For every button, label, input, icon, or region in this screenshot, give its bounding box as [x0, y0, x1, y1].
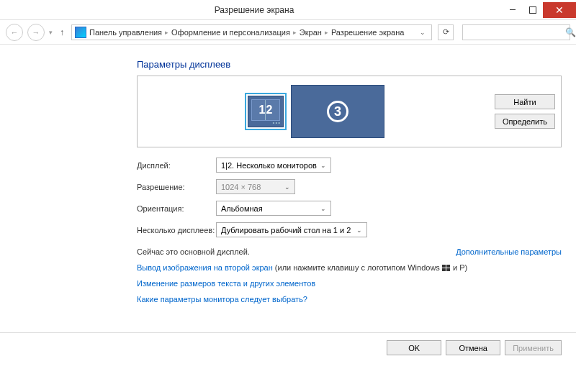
primary-display-text: Сейчас это основной дисплей.	[137, 247, 250, 256]
crumb-leaf[interactable]: Разрешение экрана	[331, 28, 404, 37]
chevron-down-icon: ⌄	[356, 227, 362, 234]
chevron-down-icon: ⌄	[320, 205, 326, 212]
detect-button[interactable]: Определить	[495, 114, 555, 129]
display-select[interactable]: 1|2. Несколько мониторов ⌄	[216, 158, 331, 173]
chevron-right-icon[interactable]: ▸	[293, 29, 297, 36]
display-value: 1|2. Несколько мониторов	[221, 161, 317, 170]
monitor-2-label: 2	[266, 104, 272, 117]
crumb-sub[interactable]: Экран	[300, 28, 322, 37]
multi-value: Дублировать рабочий стол на 1 и 2	[221, 226, 351, 234]
project-line: Вывод изображения на второй экран (или н…	[137, 263, 562, 272]
address-dropdown[interactable]: ⌄	[417, 29, 428, 36]
chevron-down-icon: ⌄	[320, 162, 326, 169]
monitor-3[interactable]: 3	[291, 85, 384, 138]
resolution-label: Разрешение:	[137, 183, 216, 191]
content-area: Параметры дисплеев 1 2 ••• 3 Найти Опред…	[0, 45, 576, 318]
textsize-link[interactable]: Изменение размеров текста и других элеме…	[137, 279, 315, 288]
window-title: Разрешение экрана	[6, 5, 503, 15]
address-bar[interactable]: Панель управления ▸ Оформление и персона…	[71, 24, 432, 40]
find-button[interactable]: Найти	[495, 94, 555, 109]
navbar: ← → ▾ ↑ Панель управления ▸ Оформление и…	[0, 20, 576, 45]
search-box[interactable]: 🔍	[462, 24, 570, 40]
monitor-3-label: 3	[327, 101, 348, 122]
chevron-right-icon[interactable]: ▸	[325, 29, 328, 36]
orientation-select[interactable]: Альбомная ⌄	[216, 201, 331, 216]
back-button[interactable]: ←	[6, 24, 23, 41]
display-preview: 1 2 ••• 3 Найти Определить	[137, 76, 562, 147]
forward-button[interactable]: →	[27, 24, 45, 41]
monitor-arrangement[interactable]: 1 2 ••• 3	[143, 85, 486, 138]
display-label: Дисплей:	[137, 161, 216, 170]
multi-label: Несколько дисплеев:	[137, 226, 216, 234]
ok-button[interactable]: OK	[387, 340, 441, 355]
history-dropdown[interactable]: ▾	[49, 29, 53, 36]
project-link[interactable]: Вывод изображения на второй экран	[137, 263, 273, 272]
resolution-select[interactable]: 1024 × 768 ⌄	[216, 179, 295, 194]
which-monitor-link[interactable]: Какие параметры монитора следует выбрать…	[137, 295, 307, 304]
up-button[interactable]: ↑	[57, 27, 67, 37]
maximize-button[interactable]	[523, 2, 543, 18]
refresh-button[interactable]: ⟳	[438, 24, 454, 40]
minimize-button[interactable]	[503, 2, 523, 18]
chevron-right-icon[interactable]: ▸	[165, 29, 168, 36]
orientation-label: Ориентация:	[137, 204, 216, 213]
project-tail: и P)	[451, 263, 467, 272]
project-rest: (или нажмите клавишу с логотипом Windows	[273, 263, 442, 272]
titlebar: Разрешение экрана	[0, 0, 576, 20]
monitor-dots-icon: •••	[273, 119, 281, 126]
orientation-value: Альбомная	[221, 204, 263, 213]
monitor-1-label: 1	[259, 104, 266, 117]
crumb-root[interactable]: Панель управления	[89, 28, 162, 37]
crumb-category[interactable]: Оформление и персонализация	[171, 28, 290, 37]
windows-logo-icon	[442, 265, 451, 272]
resolution-value: 1024 × 768	[221, 183, 261, 191]
divider	[0, 332, 576, 333]
footer-buttons: OK Отмена Применить	[0, 340, 576, 363]
chevron-down-icon: ⌄	[284, 183, 290, 191]
search-input[interactable]	[466, 28, 565, 37]
search-icon[interactable]: 🔍	[565, 27, 576, 37]
multi-display-select[interactable]: Дублировать рабочий стол на 1 и 2 ⌄	[216, 222, 367, 237]
monitor-12-selected[interactable]: 1 2 •••	[245, 93, 287, 130]
settings-form: Дисплей: 1|2. Несколько мониторов ⌄ Разр…	[137, 158, 562, 237]
page-heading: Параметры дисплеев	[137, 59, 562, 70]
control-panel-icon	[75, 27, 86, 38]
cancel-button[interactable]: Отмена	[446, 340, 500, 355]
advanced-settings-link[interactable]: Дополнительные параметры	[456, 247, 562, 256]
close-button[interactable]	[543, 2, 576, 18]
apply-button[interactable]: Применить	[505, 340, 562, 355]
